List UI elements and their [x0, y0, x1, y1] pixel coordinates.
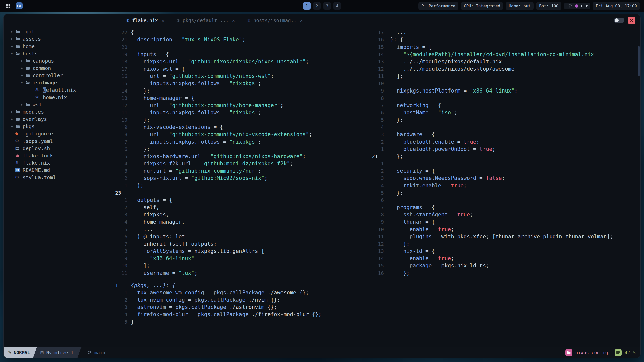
git-file-icon: ◆ [15, 131, 23, 136]
code-line: 8 [370, 95, 640, 102]
tree-item-common[interactable]: ▸common [4, 64, 113, 72]
line-number: 6 [370, 197, 384, 204]
line-number: 18 [113, 58, 127, 65]
code-line: 12 }; [370, 240, 640, 248]
tab-label: flake.nix [132, 18, 158, 23]
chevron-right-icon: ▸ [9, 44, 15, 49]
tree-item-assets[interactable]: ▸assets [4, 35, 113, 42]
tree-item-readme-md[interactable]: MREADME.md [4, 166, 113, 174]
tree-item-canopus[interactable]: ▸canopus [4, 57, 113, 64]
launcher-logo-icon[interactable] [16, 2, 23, 9]
workspace-4[interactable]: 4 [333, 2, 341, 10]
line-number: 2 [370, 138, 384, 146]
line-text: ../../modules/nixos/default.nix [386, 58, 502, 65]
branch-label: main [94, 350, 105, 355]
line-text: username = "tux"; [127, 269, 198, 277]
code-line: 3 nur.url = "github:nix-community/nur"; [113, 167, 370, 175]
battery-chip[interactable]: Bat: 100 [536, 2, 561, 10]
system-tray[interactable] [564, 3, 590, 9]
tree-item-label: README.md [23, 167, 50, 173]
editor-pane-flake[interactable]: 22{21 description = "tux's NixOS Flake";… [113, 27, 370, 278]
buffer-indicator: ▤ NvimTree_1 [33, 347, 82, 358]
file-tree: ▸.git▸assets▸home▾hosts▸canopus▸common▸c… [4, 27, 113, 347]
buffer-icon: ▤ [40, 350, 44, 355]
line-number: 7 [113, 138, 127, 146]
gpu-chip[interactable]: GPU: Integrated [461, 2, 503, 10]
tree-item-flake-nix[interactable]: ❄flake.nix [4, 159, 113, 166]
wifi-icon [568, 4, 572, 8]
code-line: 20 [113, 43, 370, 51]
tree-item--git[interactable]: ▸.git [4, 28, 113, 35]
workspace-1[interactable]: 1 [303, 2, 311, 10]
line-number: 3 [370, 131, 384, 138]
workspace-3[interactable]: 3 [323, 2, 331, 10]
line-text: home-manager = { [127, 95, 194, 102]
tree-item--sops-yaml[interactable]: ⚙.sops.yaml [4, 137, 113, 145]
line-text [386, 95, 390, 102]
editor-pane-isoimage[interactable]: 17 ...16}: {15 imports = [14 "${modulesP… [370, 27, 640, 278]
tree-item-default-nix[interactable]: ❄default.nix [4, 86, 113, 94]
tree-item-modules[interactable]: ▸modules [4, 108, 113, 115]
line-number: 3 [113, 304, 127, 311]
tree-item-flake-lock[interactable]: flake.lock [4, 152, 113, 159]
tree-item-isoimage[interactable]: ▾isoImage [4, 79, 113, 86]
tree-item-deploy-sh[interactable]: ▤deploy.sh [4, 145, 113, 152]
line-number: 14 [370, 51, 384, 58]
tab-hosts-isoimage[interactable]: ❄ hosts/isoImag.. × [241, 14, 309, 27]
line-text: }; [386, 269, 410, 277]
window-close-button[interactable]: × [628, 17, 635, 24]
clock-chip[interactable]: Fri Aug 09, 17:09 [593, 2, 640, 10]
line-text: ]; [127, 262, 150, 269]
line-text: thunar = { [386, 218, 435, 226]
folder-icon [25, 73, 33, 77]
tree-item-overlays[interactable]: ▸overlays [4, 115, 113, 123]
line-number: 13 [370, 58, 384, 65]
close-tab-icon[interactable]: × [162, 18, 164, 23]
notification-dot-icon [575, 4, 578, 8]
code-line: 8 ssh.startAgent = true; [370, 211, 640, 218]
tree-item-controller[interactable]: ▸controller [4, 72, 113, 79]
line-number: 21 [370, 153, 384, 160]
code-line: 16 }; [370, 269, 640, 277]
tree-item-hosts[interactable]: ▾hosts [4, 50, 113, 57]
line-text [386, 124, 390, 131]
tree-item-label: common [33, 65, 51, 71]
tree-item-home-nix[interactable]: ❄home.nix [4, 94, 113, 101]
tree-item-wsl[interactable]: ▸wsl [4, 101, 113, 108]
tree-item-label: deploy.sh [23, 145, 50, 151]
line-text [386, 160, 390, 167]
close-tab-icon[interactable]: × [300, 18, 303, 23]
workspace-2[interactable]: 2 [313, 2, 321, 10]
line-text: }; [127, 146, 150, 153]
tree-item-stylua-toml[interactable]: ⚙stylua.toml [4, 174, 113, 181]
code-line: 5 }; [370, 116, 640, 124]
scrollbar-thumb[interactable] [638, 46, 640, 76]
tab-flake-nix[interactable]: ❄ flake.nix × [120, 14, 170, 27]
tree-item-label: assets [23, 36, 41, 42]
line-text: inherit (self) outputs; [127, 240, 217, 248]
home-status-chip[interactable]: Home: out [506, 2, 534, 10]
line-number: 1 [113, 282, 127, 289]
folder-open-icon [15, 52, 23, 56]
line-text: ../../modules/nixos/desktop/awesome [386, 65, 514, 73]
git-branch: main [88, 350, 105, 355]
tree-item--gitignore[interactable]: ◆.gitignore [4, 130, 113, 137]
code-line: 21 }; [370, 153, 640, 160]
chevron-right-icon: ▸ [9, 117, 15, 121]
chevron-right-icon: ▸ [19, 58, 25, 63]
tree-item-pkgs[interactable]: ▸pkgs [4, 123, 113, 130]
line-number: 16 [370, 269, 384, 277]
line-text: bluetooth.powerOnBoot = true; [386, 146, 495, 153]
tree-item-home[interactable]: ▸home [4, 42, 113, 50]
close-tab-icon[interactable]: × [232, 18, 235, 23]
power-profile-chip[interactable]: P: Performance [418, 2, 458, 10]
code-line: 19 inputs = { [113, 51, 370, 58]
line-text: self, [127, 204, 159, 211]
code-line: 2 tux-nvim-config = pkgs.callPackage ./n… [113, 296, 640, 304]
line-text: inputs.nixpkgs.follows = "nixpkgs"; [127, 109, 261, 116]
line-number: 13 [113, 95, 127, 102]
app-launcher-icon[interactable] [4, 2, 12, 10]
tab-pkgs-default[interactable]: ❄ pkgs/default ... × [170, 14, 241, 27]
window-toggle[interactable] [614, 18, 624, 23]
editor-pane-pkgs[interactable]: 1{pkgs, ...}: {1 tux-awesome-wm-config =… [113, 278, 640, 347]
